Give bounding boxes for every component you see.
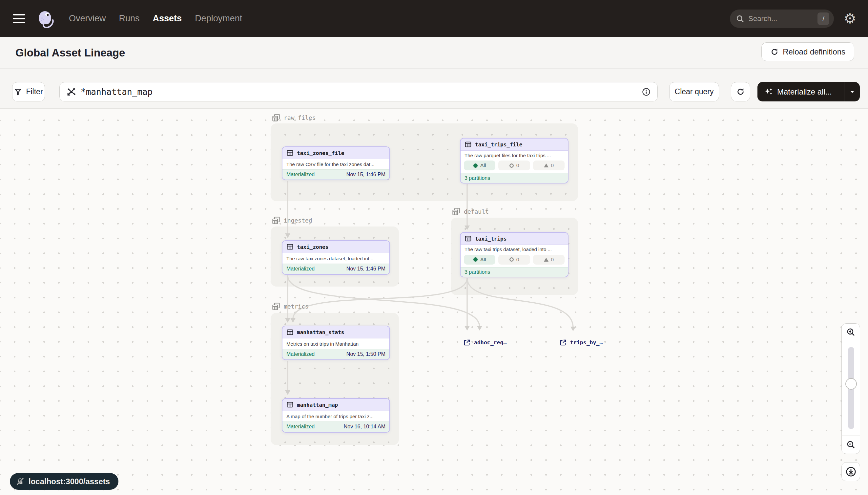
filled-dot-icon <box>473 164 478 168</box>
group-label-default[interactable]: default <box>452 207 489 216</box>
partitions-materialized-pill[interactable]: All <box>464 255 495 264</box>
asset-node-manhattan-stats[interactable]: manhattan_stats Metrics on taxi trips in… <box>282 326 390 360</box>
asset-selection-input-wrap <box>59 82 658 101</box>
partitions-count: 3 partitions <box>464 269 490 275</box>
nav-overview[interactable]: Overview <box>69 14 106 24</box>
download-icon <box>845 466 856 477</box>
partitions-missing-pill[interactable]: 0 <box>498 160 530 170</box>
asset-table-icon <box>286 328 294 336</box>
dagster-app: Overview Runs Assets Deployment / ⚙ Glob… <box>0 0 868 495</box>
gear-icon[interactable]: ⚙ <box>844 12 856 25</box>
asset-node-taxi-trips-file[interactable]: taxi_trips_file The raw parquet files fo… <box>460 138 568 184</box>
nav-assets[interactable]: Assets <box>153 14 182 24</box>
asset-footer: 3 partitions <box>461 173 568 183</box>
zoom-in-button[interactable] <box>842 323 860 341</box>
browser-status-url: localhost:3000/assets <box>10 473 119 490</box>
zoom-out-icon <box>846 440 856 450</box>
group-label-metrics[interactable]: metrics <box>272 302 309 311</box>
asset-selection-input[interactable] <box>81 87 642 97</box>
asset-table-icon <box>286 243 294 251</box>
asset-node-header: manhattan_map <box>282 399 389 411</box>
page-title: Global Asset Lineage <box>15 47 125 59</box>
external-asset-adhoc-request[interactable]: adhoc_req… <box>463 339 507 346</box>
materialize-all-button[interactable]: Materialize all... <box>758 82 860 101</box>
asset-footer: Materialized Nov 16, 10:14 AM <box>282 422 389 432</box>
asset-name: taxi_trips <box>475 236 507 242</box>
asset-group-icon <box>272 113 281 122</box>
caret-down-icon <box>849 88 856 96</box>
reload-definitions-button[interactable]: Reload definitions <box>761 42 854 61</box>
dagster-logo <box>36 10 54 28</box>
menu-icon[interactable] <box>13 14 25 23</box>
group-label-ingested[interactable]: ingested <box>272 216 312 225</box>
materialization-timestamp: Nov 16, 10:14 AM <box>344 424 386 430</box>
materialize-all-main[interactable]: Materialize all... <box>758 82 844 101</box>
insecure-lock-icon <box>16 477 24 486</box>
zoom-slider[interactable] <box>842 340 860 436</box>
external-link-icon <box>463 339 471 346</box>
filter-funnel-icon <box>14 88 22 96</box>
triangle-icon <box>544 258 548 262</box>
clear-query-button[interactable]: Clear query <box>669 82 719 101</box>
partitions-materialized-pill[interactable]: All <box>464 160 495 170</box>
asset-node-taxi-zones-file[interactable]: taxi_zones_file The raw CSV file for the… <box>282 147 390 180</box>
status-badge: Materialized <box>286 266 315 272</box>
zoom-in-icon <box>846 327 856 337</box>
external-link-icon <box>559 339 567 346</box>
asset-group-icon <box>452 207 461 216</box>
global-search[interactable]: / <box>730 10 834 28</box>
asset-name: taxi_zones <box>297 244 329 250</box>
asset-table-icon <box>464 141 472 148</box>
asset-table-icon <box>286 149 294 157</box>
partitions-missing-pill[interactable]: 0 <box>498 255 530 264</box>
topbar-right: / ⚙ <box>730 10 856 28</box>
lineage-toolbar: Filter Clear query <box>0 69 868 109</box>
asset-table-icon <box>464 235 472 242</box>
asset-footer: Materialized Nov 15, 1:46 PM <box>282 263 389 274</box>
materialize-dropdown-toggle[interactable] <box>844 82 860 101</box>
slash-shortcut: / <box>817 13 829 25</box>
materialization-timestamp: Nov 15, 1:46 PM <box>347 266 386 272</box>
refresh-icon <box>736 87 745 96</box>
top-navigation-bar: Overview Runs Assets Deployment / ⚙ <box>0 0 868 37</box>
asset-node-taxi-zones[interactable]: taxi_zones The raw taxi zones dataset, l… <box>282 240 390 275</box>
partitions-failed-pill[interactable]: 0 <box>533 160 565 170</box>
info-icon[interactable] <box>642 87 651 97</box>
asset-footer: Materialized Nov 15, 1:50 PM <box>282 349 389 359</box>
nav-deployment[interactable]: Deployment <box>195 14 242 24</box>
status-url-text: localhost:3000/assets <box>29 477 110 486</box>
partition-health-pills: All 0 0 <box>461 160 568 173</box>
sparkle-icon <box>764 87 773 97</box>
asset-name: manhattan_stats <box>297 329 344 336</box>
asset-node-manhattan-map[interactable]: manhattan_map A map of the number of tri… <box>282 398 390 433</box>
external-asset-trips-by-week[interactable]: trips_by_… <box>559 339 603 346</box>
main-nav: Overview Runs Assets Deployment <box>69 14 242 24</box>
asset-node-taxi-trips[interactable]: taxi_trips The raw taxi trips dataset, l… <box>460 232 568 277</box>
asset-node-header: taxi_trips_file <box>461 138 568 151</box>
filter-button[interactable]: Filter <box>12 82 45 101</box>
download-image-button[interactable] <box>842 462 860 481</box>
search-input[interactable] <box>748 14 817 23</box>
search-icon <box>736 14 744 23</box>
reload-icon <box>770 48 779 56</box>
open-circle-icon <box>510 257 514 262</box>
asset-node-header: manhattan_stats <box>282 326 389 338</box>
asset-name: taxi_zones_file <box>297 150 344 156</box>
asset-description: Metrics on taxi trips in Manhattan <box>282 338 389 348</box>
zoom-slider-handle[interactable] <box>845 378 857 390</box>
status-badge: Materialized <box>286 351 315 357</box>
group-label-raw-files[interactable]: raw_files <box>272 113 316 122</box>
zoom-out-button[interactable] <box>842 436 860 454</box>
nav-runs[interactable]: Runs <box>119 14 140 24</box>
asset-node-header: taxi_zones <box>282 241 389 253</box>
materialization-timestamp: Nov 15, 1:46 PM <box>347 172 386 177</box>
asset-name: taxi_trips_file <box>475 141 522 148</box>
asset-description: A map of the number of trips per taxi z.… <box>282 411 389 421</box>
materialization-timestamp: Nov 15, 1:50 PM <box>347 351 386 357</box>
asset-footer: Materialized Nov 15, 1:46 PM <box>282 169 389 180</box>
refresh-button[interactable] <box>731 82 750 101</box>
triangle-icon <box>544 164 548 167</box>
asset-description: The raw CSV file for the taxi zones dat.… <box>282 159 389 169</box>
status-badge: Materialized <box>286 172 315 177</box>
partitions-failed-pill[interactable]: 0 <box>533 255 565 264</box>
